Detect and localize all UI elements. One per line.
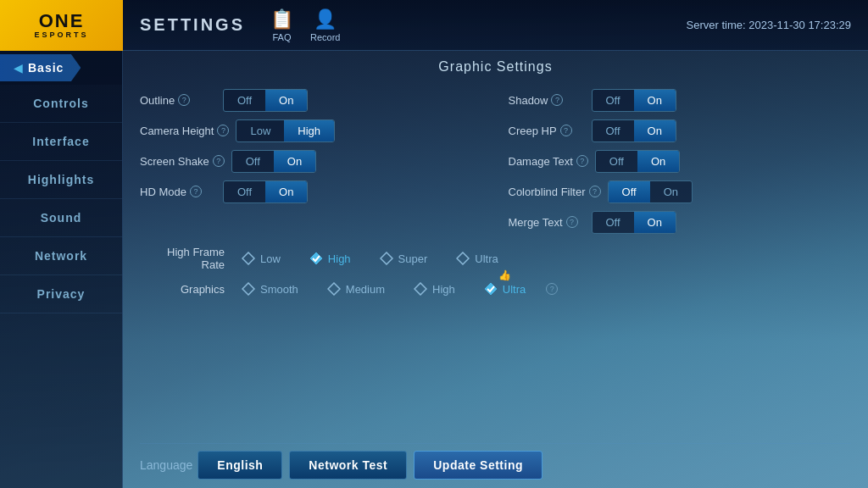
basic-tab-arrow: ◀ <box>14 61 23 75</box>
logo-one: ONE <box>39 12 85 30</box>
colorblind-filter-off-btn[interactable]: Off <box>609 181 650 202</box>
update-setting-button[interactable]: Update Setting <box>414 451 542 480</box>
colorblind-filter-on-btn[interactable]: On <box>650 181 692 202</box>
outline-on-btn[interactable]: On <box>265 90 307 111</box>
sidebar-item-highlights[interactable]: Highlights <box>0 161 122 199</box>
bottom-bar: Language English Network Test Update Set… <box>140 443 851 480</box>
network-test-button[interactable]: Network Test <box>289 451 407 480</box>
logo: ONE ESPORTS <box>0 0 123 51</box>
creep-hp-toggle: Off On <box>592 119 676 142</box>
faq-label: FAQ <box>273 32 292 42</box>
basic-tab-label: Basic <box>28 61 64 75</box>
frame-rate-row: High FrameRate Low High Super <box>140 246 851 271</box>
camera-low-btn[interactable]: Low <box>236 120 284 141</box>
sidebar-item-controls[interactable]: Controls <box>0 85 122 123</box>
diamond-medium-icon <box>327 282 341 296</box>
shadow-label: Shadow ? <box>509 94 585 107</box>
svg-marker-2 <box>381 252 392 264</box>
right-settings-col: Shadow ? Off On Creep HP ? Off <box>509 85 852 237</box>
frame-rate-low-btn[interactable]: Low <box>230 247 292 269</box>
graphics-high-btn[interactable]: High <box>402 278 467 300</box>
outline-toggle: Off On <box>223 89 308 112</box>
svg-marker-5 <box>328 283 340 295</box>
creep-hp-help-icon[interactable]: ? <box>560 125 572 136</box>
top-bar: ONE ESPORTS SETTINGS 📋 FAQ 👤 Record Serv… <box>0 0 868 51</box>
sidebar-item-network[interactable]: Network <box>0 237 122 275</box>
language-button[interactable]: English <box>198 451 282 480</box>
content-area: Graphic Settings Outline ? Off On <box>123 51 868 488</box>
camera-height-help-icon[interactable]: ? <box>217 125 229 136</box>
hd-mode-on-btn[interactable]: On <box>265 181 307 202</box>
svg-marker-1 <box>310 252 322 264</box>
damage-text-on-btn[interactable]: On <box>637 151 679 172</box>
graphics-ultra-btn[interactable]: 👍 Ultra <box>472 278 537 300</box>
frame-rate-high-btn[interactable]: High <box>298 247 363 269</box>
hd-mode-help-icon[interactable]: ? <box>190 186 202 197</box>
faq-button[interactable]: 📋 FAQ <box>270 8 293 42</box>
screen-shake-on-btn[interactable]: On <box>274 151 315 172</box>
sidebar: ◀ Basic Controls Interface Highlights So… <box>0 51 123 488</box>
diamond-smooth-icon <box>242 282 255 296</box>
section-title: Graphic Settings <box>140 59 851 75</box>
merge-text-on-btn[interactable]: On <box>634 212 676 233</box>
shadow-toggle: Off On <box>592 89 676 112</box>
creep-hp-on-btn[interactable]: On <box>634 120 676 141</box>
svg-marker-3 <box>457 252 469 264</box>
svg-marker-0 <box>242 252 254 264</box>
record-button[interactable]: 👤 Record <box>310 8 340 42</box>
sidebar-item-basic[interactable]: ◀ Basic <box>0 54 81 81</box>
graphics-medium-btn[interactable]: Medium <box>315 278 397 300</box>
creep-hp-row: Creep HP ? Off On <box>509 115 852 146</box>
diamond-graphics-high-icon <box>414 282 427 296</box>
main-layout: ◀ Basic Controls Interface Highlights So… <box>0 51 868 488</box>
damage-text-row: Damage Text ? Off On <box>509 146 852 176</box>
graphics-help-icon[interactable]: ? <box>546 283 558 295</box>
sidebar-item-sound[interactable]: Sound <box>0 199 122 237</box>
colorblind-filter-help-icon[interactable]: ? <box>589 186 601 197</box>
language-label: Language <box>140 458 192 472</box>
creep-hp-off-btn[interactable]: Off <box>593 120 634 141</box>
merge-text-row: Merge Text ? Off On <box>509 207 852 237</box>
graphics-row: Graphics Smooth Medium High 👍 <box>140 278 851 300</box>
shadow-help-icon[interactable]: ? <box>551 94 563 106</box>
record-icon: 👤 <box>314 8 337 30</box>
outline-help-icon[interactable]: ? <box>178 94 190 106</box>
damage-text-off-btn[interactable]: Off <box>596 151 637 172</box>
damage-text-label: Damage Text ? <box>509 155 588 168</box>
faq-icon: 📋 <box>270 8 293 30</box>
diamond-low-icon <box>242 252 255 265</box>
shadow-off-btn[interactable]: Off <box>593 90 634 111</box>
screen-shake-off-btn[interactable]: Off <box>232 151 274 172</box>
colorblind-filter-row: Colorblind Filter ? Off On <box>509 176 852 207</box>
damage-text-toggle: Off On <box>595 150 680 173</box>
settings-grid: Outline ? Off On Camera Height ? Lo <box>140 85 851 237</box>
screen-shake-label: Screen Shake ? <box>140 155 225 168</box>
frame-rate-super-btn[interactable]: Super <box>368 247 440 269</box>
shadow-row: Shadow ? Off On <box>509 85 852 115</box>
diamond-ultra-icon <box>456 252 470 265</box>
svg-marker-7 <box>485 283 497 295</box>
merge-text-off-btn[interactable]: Off <box>593 212 634 233</box>
svg-marker-6 <box>415 283 426 295</box>
screen-shake-row: Screen Shake ? Off On <box>140 146 483 176</box>
frame-rate-ultra-btn[interactable]: Ultra <box>444 247 509 269</box>
graphics-smooth-btn[interactable]: Smooth <box>230 278 310 300</box>
colorblind-filter-toggle: Off On <box>608 180 693 203</box>
merge-text-help-icon[interactable]: ? <box>566 216 578 228</box>
camera-height-label: Camera Height ? <box>140 125 229 137</box>
logo-esports: ESPORTS <box>34 30 88 39</box>
merge-text-label: Merge Text ? <box>509 216 585 229</box>
basic-tab-row: ◀ Basic <box>0 51 122 85</box>
sidebar-item-interface[interactable]: Interface <box>0 123 122 161</box>
hd-mode-off-btn[interactable]: Off <box>224 181 265 202</box>
damage-text-help-icon[interactable]: ? <box>576 155 588 167</box>
sidebar-item-privacy[interactable]: Privacy <box>0 275 122 313</box>
graphics-label: Graphics <box>140 283 225 296</box>
screen-shake-help-icon[interactable]: ? <box>213 155 225 167</box>
camera-high-btn[interactable]: High <box>284 120 334 141</box>
outline-off-btn[interactable]: Off <box>224 90 265 111</box>
hd-mode-toggle: Off On <box>223 180 308 203</box>
svg-marker-4 <box>242 283 254 295</box>
colorblind-filter-label: Colorblind Filter ? <box>509 186 601 198</box>
shadow-on-btn[interactable]: On <box>634 90 676 111</box>
